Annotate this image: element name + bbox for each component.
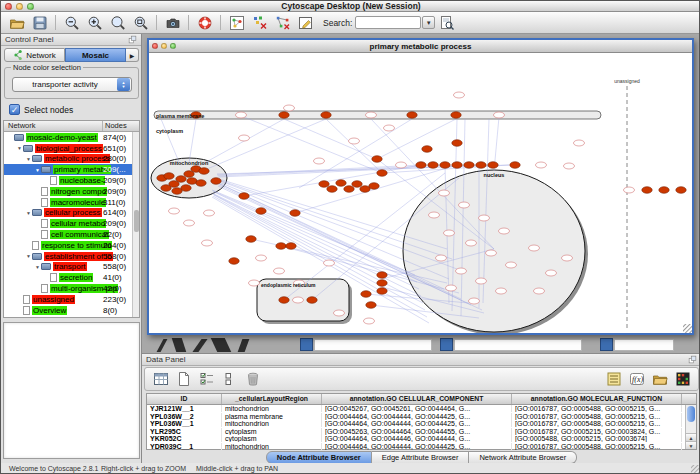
network-node[interactable]	[459, 202, 470, 208]
hide-selected-edges-button[interactable]	[272, 13, 293, 32]
select-attributes-button[interactable]	[196, 370, 217, 389]
new-attribute-button[interactable]	[173, 370, 194, 389]
tree-row[interactable]: multi-organism pro42(0)	[4, 283, 139, 294]
network-node[interactable]	[293, 297, 304, 303]
network-node-selected[interactable]	[290, 210, 300, 217]
float-panel-icon[interactable]	[128, 35, 137, 44]
table-column-header[interactable]: ID	[147, 394, 222, 404]
network-node[interactable]	[204, 210, 215, 216]
network-node[interactable]	[446, 285, 457, 291]
network-node-selected[interactable]	[642, 187, 652, 194]
tree-row[interactable]: mosaic-demo-yeast874(0)	[4, 132, 139, 143]
table-column-header[interactable]: annotation.GO MOLECULAR_FUNCTION	[512, 394, 682, 404]
network-node-selected[interactable]	[488, 162, 498, 169]
scroll-down-icon[interactable]: ▼	[686, 441, 696, 449]
network-node-selected[interactable]	[377, 272, 387, 279]
network-node[interactable]	[469, 298, 480, 304]
network-node[interactable]	[479, 215, 490, 221]
table-row[interactable]: YJR121W__1mitochondrion[GO:0045267, GO:0…	[147, 405, 696, 413]
tree-row[interactable]: ▼cellular process614(0)	[4, 208, 139, 219]
network-node[interactable]	[546, 270, 557, 276]
window-resize-grip[interactable]	[691, 465, 700, 474]
network-node[interactable]	[384, 125, 395, 131]
table-row[interactable]: YPL036W__1mitochondrion[GO:0044464, GO:0…	[147, 420, 696, 428]
advanced-search-button[interactable]	[436, 13, 457, 32]
network-node[interactable]	[536, 162, 547, 168]
network-node[interactable]	[499, 228, 510, 234]
zoom-fit-button[interactable]	[130, 13, 151, 32]
network-node[interactable]	[169, 208, 180, 214]
network-node-selected[interactable]	[319, 181, 329, 188]
network-node[interactable]	[562, 255, 573, 261]
tab-mosaic[interactable]: Mosaic	[65, 48, 126, 62]
network-node-selected[interactable]	[321, 112, 331, 119]
network-node-selected[interactable]	[366, 302, 376, 309]
network-node[interactable]	[256, 255, 267, 261]
float-panel-icon[interactable]	[688, 355, 697, 364]
network-node[interactable]	[314, 158, 325, 164]
table-row[interactable]: YKR052Ccytoplasm[GO:0044464, GO:0044446,…	[147, 435, 696, 443]
network-node-selected[interactable]	[452, 162, 462, 169]
tree-row[interactable]: macromolecule311(0)	[4, 197, 139, 208]
network-node[interactable]	[436, 255, 447, 261]
tree-row[interactable]: nucleobase-209(0)	[4, 175, 139, 186]
network-node-selected[interactable]	[352, 181, 362, 188]
tree-scrollbar[interactable]	[132, 132, 139, 317]
network-node[interactable]	[486, 250, 497, 256]
annotation-tool-button[interactable]	[295, 13, 316, 32]
network-node[interactable]	[364, 318, 375, 324]
network-view-titlebar[interactable]: primary metabolic process	[149, 40, 692, 53]
node-color-select[interactable]: transporter activity ▲▼	[12, 77, 132, 92]
network-node[interactable]	[249, 280, 260, 286]
network-node[interactable]	[284, 105, 295, 111]
network-node[interactable]	[564, 163, 575, 169]
network-node-selected[interactable]	[196, 180, 206, 187]
network-node[interactable]	[429, 212, 440, 218]
network-node[interactable]	[506, 262, 517, 268]
help-lifesaver-button[interactable]	[194, 13, 215, 32]
network-node[interactable]	[349, 138, 360, 144]
network-node-selected[interactable]	[229, 258, 239, 265]
tree-row[interactable]: response to stimulu264(0)	[4, 240, 139, 251]
network-node[interactable]	[496, 288, 507, 294]
open-session-button[interactable]	[6, 13, 27, 32]
search-input[interactable]	[355, 16, 421, 29]
network-node-selected[interactable]	[407, 112, 417, 119]
network-node-selected[interactable]	[510, 162, 520, 169]
expand-arrow-icon[interactable]: ▼	[16, 145, 23, 151]
network-node-selected[interactable]	[416, 162, 426, 169]
tree-row[interactable]: cell communicat22(0)	[4, 229, 139, 240]
network-node[interactable]	[396, 162, 407, 168]
table-row[interactable]: YLR295Ccytoplasm[GO:0045263, GO:0044464,…	[147, 428, 696, 436]
expand-arrow-icon[interactable]: ▼	[25, 253, 32, 259]
network-node[interactable]	[476, 278, 487, 284]
tree-row[interactable]: ▼transport558(0)	[4, 262, 139, 273]
network-node-selected[interactable]	[164, 173, 174, 180]
network-node[interactable]	[534, 288, 545, 294]
network-node-selected[interactable]	[464, 162, 474, 169]
attribute-list-button[interactable]	[603, 370, 624, 389]
table-row[interactable]: YPL036W__2plasma membrane[GO:0044464, GO…	[147, 413, 696, 421]
network-node[interactable]	[202, 240, 213, 246]
network-node-selected[interactable]	[377, 288, 387, 295]
table-row[interactable]: YDR039C__1mitochondrion[GO:0044464, GO:0…	[147, 443, 696, 451]
table-column-header[interactable]: annotation.GO CELLULAR_COMPONENT	[322, 394, 512, 404]
network-node[interactable]	[366, 112, 377, 118]
tree-row[interactable]: nitrogen compo209(0)	[4, 186, 139, 197]
network-node-selected[interactable]	[476, 162, 486, 169]
network-node[interactable]	[454, 92, 465, 98]
network-node-selected[interactable]	[211, 178, 221, 185]
network-node-selected[interactable]	[676, 187, 686, 194]
table-scrollbar[interactable]: ▲ ▼	[685, 405, 696, 449]
network-node-selected[interactable]	[161, 185, 171, 192]
expand-arrow-icon[interactable]: ▼	[25, 210, 32, 216]
attribute-matrix-button[interactable]	[672, 370, 693, 389]
snapshot-camera-button[interactable]	[162, 13, 183, 32]
network-node[interactable]	[529, 245, 540, 251]
tree-row[interactable]: ▼primary metabo209(...	[4, 164, 139, 175]
expand-arrow-icon[interactable]: ▼	[25, 156, 32, 162]
tree-row[interactable]: ▼biological_process651(0)	[4, 143, 139, 154]
network-node-selected[interactable]	[440, 162, 450, 169]
tree-row[interactable]: Overview8(0)	[4, 305, 139, 316]
tab-network[interactable]: Network	[4, 48, 65, 62]
